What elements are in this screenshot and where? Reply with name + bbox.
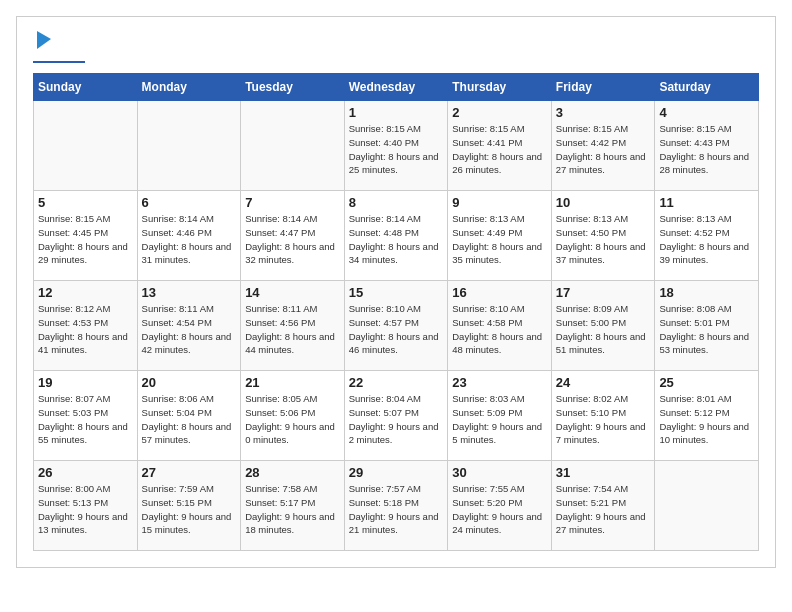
- calendar-cell: 8Sunrise: 8:14 AM Sunset: 4:48 PM Daylig…: [344, 191, 448, 281]
- header-wednesday: Wednesday: [344, 74, 448, 101]
- calendar-cell: 7Sunrise: 8:14 AM Sunset: 4:47 PM Daylig…: [241, 191, 345, 281]
- day-number: 6: [142, 195, 237, 210]
- day-number: 4: [659, 105, 754, 120]
- calendar-cell: [655, 461, 759, 551]
- header-sunday: Sunday: [34, 74, 138, 101]
- day-info: Sunrise: 7:55 AM Sunset: 5:20 PM Dayligh…: [452, 482, 547, 537]
- day-info: Sunrise: 8:13 AM Sunset: 4:49 PM Dayligh…: [452, 212, 547, 267]
- calendar-cell: 16Sunrise: 8:10 AM Sunset: 4:58 PM Dayli…: [448, 281, 552, 371]
- calendar-cell: 10Sunrise: 8:13 AM Sunset: 4:50 PM Dayli…: [551, 191, 655, 281]
- calendar-page: SundayMondayTuesdayWednesdayThursdayFrid…: [16, 16, 776, 568]
- day-info: Sunrise: 7:54 AM Sunset: 5:21 PM Dayligh…: [556, 482, 651, 537]
- calendar-cell: 4Sunrise: 8:15 AM Sunset: 4:43 PM Daylig…: [655, 101, 759, 191]
- week-row-3: 12Sunrise: 8:12 AM Sunset: 4:53 PM Dayli…: [34, 281, 759, 371]
- day-number: 12: [38, 285, 133, 300]
- calendar-cell: 26Sunrise: 8:00 AM Sunset: 5:13 PM Dayli…: [34, 461, 138, 551]
- day-info: Sunrise: 8:10 AM Sunset: 4:58 PM Dayligh…: [452, 302, 547, 357]
- calendar-cell: 30Sunrise: 7:55 AM Sunset: 5:20 PM Dayli…: [448, 461, 552, 551]
- calendar-cell: 9Sunrise: 8:13 AM Sunset: 4:49 PM Daylig…: [448, 191, 552, 281]
- calendar-cell: 31Sunrise: 7:54 AM Sunset: 5:21 PM Dayli…: [551, 461, 655, 551]
- day-number: 2: [452, 105, 547, 120]
- day-info: Sunrise: 8:06 AM Sunset: 5:04 PM Dayligh…: [142, 392, 237, 447]
- day-number: 26: [38, 465, 133, 480]
- calendar-cell: 23Sunrise: 8:03 AM Sunset: 5:09 PM Dayli…: [448, 371, 552, 461]
- calendar-cell: 25Sunrise: 8:01 AM Sunset: 5:12 PM Dayli…: [655, 371, 759, 461]
- day-number: 5: [38, 195, 133, 210]
- day-info: Sunrise: 8:05 AM Sunset: 5:06 PM Dayligh…: [245, 392, 340, 447]
- day-number: 8: [349, 195, 444, 210]
- day-info: Sunrise: 8:13 AM Sunset: 4:52 PM Dayligh…: [659, 212, 754, 267]
- logo-arrow-icon: [35, 29, 53, 51]
- calendar-table: SundayMondayTuesdayWednesdayThursdayFrid…: [33, 73, 759, 551]
- day-info: Sunrise: 8:08 AM Sunset: 5:01 PM Dayligh…: [659, 302, 754, 357]
- day-number: 3: [556, 105, 651, 120]
- calendar-cell: 2Sunrise: 8:15 AM Sunset: 4:41 PM Daylig…: [448, 101, 552, 191]
- day-info: Sunrise: 8:00 AM Sunset: 5:13 PM Dayligh…: [38, 482, 133, 537]
- calendar-cell: [241, 101, 345, 191]
- calendar-cell: 13Sunrise: 8:11 AM Sunset: 4:54 PM Dayli…: [137, 281, 241, 371]
- day-number: 18: [659, 285, 754, 300]
- day-info: Sunrise: 8:14 AM Sunset: 4:46 PM Dayligh…: [142, 212, 237, 267]
- week-row-2: 5Sunrise: 8:15 AM Sunset: 4:45 PM Daylig…: [34, 191, 759, 281]
- day-info: Sunrise: 8:02 AM Sunset: 5:10 PM Dayligh…: [556, 392, 651, 447]
- header-friday: Friday: [551, 74, 655, 101]
- calendar-cell: 27Sunrise: 7:59 AM Sunset: 5:15 PM Dayli…: [137, 461, 241, 551]
- day-number: 22: [349, 375, 444, 390]
- week-row-1: 1Sunrise: 8:15 AM Sunset: 4:40 PM Daylig…: [34, 101, 759, 191]
- week-row-5: 26Sunrise: 8:00 AM Sunset: 5:13 PM Dayli…: [34, 461, 759, 551]
- day-number: 19: [38, 375, 133, 390]
- calendar-cell: 6Sunrise: 8:14 AM Sunset: 4:46 PM Daylig…: [137, 191, 241, 281]
- day-number: 11: [659, 195, 754, 210]
- day-info: Sunrise: 8:15 AM Sunset: 4:40 PM Dayligh…: [349, 122, 444, 177]
- day-number: 27: [142, 465, 237, 480]
- day-number: 14: [245, 285, 340, 300]
- calendar-cell: [34, 101, 138, 191]
- day-info: Sunrise: 8:07 AM Sunset: 5:03 PM Dayligh…: [38, 392, 133, 447]
- calendar-cell: 20Sunrise: 8:06 AM Sunset: 5:04 PM Dayli…: [137, 371, 241, 461]
- day-info: Sunrise: 8:09 AM Sunset: 5:00 PM Dayligh…: [556, 302, 651, 357]
- calendar-cell: [137, 101, 241, 191]
- day-info: Sunrise: 8:15 AM Sunset: 4:45 PM Dayligh…: [38, 212, 133, 267]
- day-number: 16: [452, 285, 547, 300]
- day-number: 25: [659, 375, 754, 390]
- header-monday: Monday: [137, 74, 241, 101]
- header-row: SundayMondayTuesdayWednesdayThursdayFrid…: [34, 74, 759, 101]
- day-info: Sunrise: 8:04 AM Sunset: 5:07 PM Dayligh…: [349, 392, 444, 447]
- day-info: Sunrise: 8:14 AM Sunset: 4:47 PM Dayligh…: [245, 212, 340, 267]
- day-info: Sunrise: 8:12 AM Sunset: 4:53 PM Dayligh…: [38, 302, 133, 357]
- day-info: Sunrise: 8:15 AM Sunset: 4:41 PM Dayligh…: [452, 122, 547, 177]
- calendar-cell: 3Sunrise: 8:15 AM Sunset: 4:42 PM Daylig…: [551, 101, 655, 191]
- header-tuesday: Tuesday: [241, 74, 345, 101]
- day-info: Sunrise: 8:11 AM Sunset: 4:54 PM Dayligh…: [142, 302, 237, 357]
- logo: [33, 29, 85, 63]
- day-info: Sunrise: 8:15 AM Sunset: 4:42 PM Dayligh…: [556, 122, 651, 177]
- logo-divider: [33, 61, 85, 63]
- day-number: 30: [452, 465, 547, 480]
- day-number: 24: [556, 375, 651, 390]
- day-number: 10: [556, 195, 651, 210]
- calendar-cell: 14Sunrise: 8:11 AM Sunset: 4:56 PM Dayli…: [241, 281, 345, 371]
- day-number: 7: [245, 195, 340, 210]
- day-number: 15: [349, 285, 444, 300]
- calendar-cell: 29Sunrise: 7:57 AM Sunset: 5:18 PM Dayli…: [344, 461, 448, 551]
- day-number: 21: [245, 375, 340, 390]
- calendar-cell: 22Sunrise: 8:04 AM Sunset: 5:07 PM Dayli…: [344, 371, 448, 461]
- calendar-cell: 12Sunrise: 8:12 AM Sunset: 4:53 PM Dayli…: [34, 281, 138, 371]
- calendar-cell: 28Sunrise: 7:58 AM Sunset: 5:17 PM Dayli…: [241, 461, 345, 551]
- day-number: 28: [245, 465, 340, 480]
- day-number: 31: [556, 465, 651, 480]
- day-info: Sunrise: 8:13 AM Sunset: 4:50 PM Dayligh…: [556, 212, 651, 267]
- day-number: 20: [142, 375, 237, 390]
- header-saturday: Saturday: [655, 74, 759, 101]
- day-info: Sunrise: 8:14 AM Sunset: 4:48 PM Dayligh…: [349, 212, 444, 267]
- calendar-cell: 11Sunrise: 8:13 AM Sunset: 4:52 PM Dayli…: [655, 191, 759, 281]
- day-info: Sunrise: 7:59 AM Sunset: 5:15 PM Dayligh…: [142, 482, 237, 537]
- calendar-cell: 19Sunrise: 8:07 AM Sunset: 5:03 PM Dayli…: [34, 371, 138, 461]
- calendar-cell: 17Sunrise: 8:09 AM Sunset: 5:00 PM Dayli…: [551, 281, 655, 371]
- day-info: Sunrise: 7:57 AM Sunset: 5:18 PM Dayligh…: [349, 482, 444, 537]
- day-info: Sunrise: 8:10 AM Sunset: 4:57 PM Dayligh…: [349, 302, 444, 357]
- calendar-cell: 18Sunrise: 8:08 AM Sunset: 5:01 PM Dayli…: [655, 281, 759, 371]
- svg-marker-0: [37, 31, 51, 49]
- day-info: Sunrise: 7:58 AM Sunset: 5:17 PM Dayligh…: [245, 482, 340, 537]
- day-number: 9: [452, 195, 547, 210]
